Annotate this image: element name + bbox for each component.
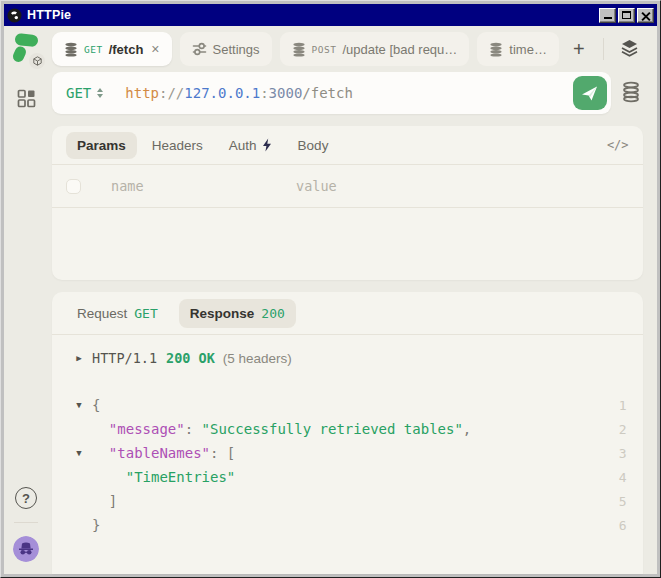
tab-label: /update [bad requ…: [342, 42, 457, 57]
fold-toggle-icon[interactable]: ▼: [66, 448, 92, 458]
app-window: HTTPie: [0, 0, 661, 578]
url-scheme: http: [125, 85, 159, 101]
database-icon: [489, 42, 503, 57]
response-tab-label: Response: [190, 306, 255, 321]
tab-auth-label: Auth: [229, 138, 257, 153]
url-card: GET http://127.0.0.1:3000/fetch: [52, 72, 611, 114]
rail-divider: [14, 522, 38, 523]
method-dropdown[interactable]: GET: [66, 85, 103, 101]
new-tab-button[interactable]: +: [567, 38, 591, 61]
code-line: "TimeEntries"4: [52, 465, 643, 489]
fold-toggle-icon[interactable]: ▼: [66, 400, 92, 410]
minimize-button[interactable]: [599, 8, 616, 23]
send-plane-icon: [580, 84, 599, 103]
lightning-bolt-icon: [262, 138, 272, 152]
code-text: "TimeEntries": [92, 469, 609, 485]
maximize-button[interactable]: [618, 8, 635, 23]
tab-label: time…: [509, 42, 547, 57]
tab-bar: GET /fetch × Settings: [52, 32, 643, 66]
line-number: 1: [609, 398, 643, 413]
headers-fold-toggle-icon[interactable]: ▶: [66, 353, 92, 363]
url-path: /fetch: [302, 85, 353, 101]
tab-headers-label: Headers: [152, 138, 203, 153]
response-status-badge: 200: [261, 306, 284, 321]
saved-requests-button[interactable]: [619, 79, 643, 108]
tab-method: POST: [312, 44, 337, 55]
titlebar: HTTPie: [4, 4, 657, 26]
tab-response[interactable]: Response 200: [179, 299, 296, 328]
minimize-icon: [604, 17, 612, 19]
code-text: "tableNames": [: [92, 445, 609, 461]
tab-label: Settings: [213, 42, 260, 57]
url-separator: ://: [159, 85, 184, 101]
stack-icon: [621, 81, 641, 103]
help-icon: ?: [22, 491, 30, 506]
app-body: ?: [4, 26, 657, 574]
tab-post-update[interactable]: POST /update [bad requ…: [280, 32, 470, 66]
tab-body-label: Body: [298, 138, 329, 153]
httpie-logo: [10, 33, 42, 67]
response-tabs: Request GET Response 200: [52, 292, 643, 334]
code-view-toggle[interactable]: </>: [607, 138, 629, 152]
url-port: 3000: [269, 85, 303, 101]
tab-headers[interactable]: Headers: [141, 132, 214, 159]
line-number: 4: [609, 470, 643, 485]
code-text: ]: [92, 493, 609, 509]
param-row: [52, 165, 643, 207]
main-column: GET /fetch × Settings: [48, 26, 661, 574]
method-value: GET: [66, 85, 91, 101]
code-text: }: [92, 517, 609, 533]
line-number: 6: [609, 518, 643, 533]
request-empty-area: [52, 208, 643, 280]
database-icon: [64, 42, 78, 57]
window-title: HTTPie: [27, 8, 597, 22]
response-code: ▼{1"message": "Successfully retrieved ta…: [52, 381, 643, 574]
close-button[interactable]: [637, 8, 654, 23]
param-name-input[interactable]: [111, 178, 296, 194]
help-button[interactable]: ?: [15, 487, 37, 509]
tab-params-label: Params: [77, 138, 126, 153]
method-dropdown-arrows-icon: [97, 88, 103, 98]
layers-icon: [620, 39, 639, 57]
tab-auth[interactable]: Auth: [218, 132, 283, 159]
send-button[interactable]: [573, 76, 607, 110]
code-line: ▼"tableNames": [3: [52, 441, 643, 465]
code-line: ▼{1: [52, 393, 643, 417]
url-row: GET http://127.0.0.1:3000/fetch: [52, 72, 643, 114]
tab-label: /fetch: [109, 42, 144, 57]
protocol: HTTP/1.1: [92, 350, 157, 366]
incognito-avatar[interactable]: [13, 536, 39, 562]
tab-body[interactable]: Body: [287, 132, 340, 159]
tab-params[interactable]: Params: [66, 132, 137, 159]
tab-time[interactable]: time…: [477, 32, 559, 66]
layers-button[interactable]: [616, 37, 643, 62]
response-panel: Request GET Response 200 ▶ HTTP/1.1 200 …: [52, 292, 643, 574]
maximize-icon: [622, 11, 631, 19]
code-text: "message": "Successfully retrieved table…: [92, 421, 609, 437]
database-icon: [292, 42, 306, 57]
left-rail: ?: [4, 26, 48, 574]
tab-close-icon[interactable]: ×: [151, 42, 159, 56]
code-line: }6: [52, 513, 643, 537]
tab-get-fetch[interactable]: GET /fetch ×: [52, 32, 172, 66]
param-value-input[interactable]: [296, 178, 629, 194]
cube-icon: [33, 56, 42, 66]
status-line: ▶ HTTP/1.1 200 OK (5 headers): [52, 335, 643, 381]
line-number: 2: [609, 422, 643, 437]
code-text: {: [92, 397, 609, 413]
line-number: 5: [609, 494, 643, 509]
url-input[interactable]: http://127.0.0.1:3000/fetch: [125, 85, 572, 101]
grid-apps-icon[interactable]: [17, 89, 36, 108]
tabbar-divider: [603, 38, 604, 60]
settings-icon: [192, 42, 207, 56]
tab-settings[interactable]: Settings: [180, 32, 272, 66]
tab-request[interactable]: Request GET: [66, 299, 169, 328]
environment-badge: [29, 53, 45, 69]
param-checkbox[interactable]: [66, 179, 81, 194]
tab-method: GET: [84, 44, 103, 55]
request-tabs: Params Headers Auth Body </>: [52, 126, 643, 164]
url-colon: :: [260, 85, 268, 101]
code-line: ]5: [52, 489, 643, 513]
url-host: 127.0.0.1: [184, 85, 260, 101]
code-line: "message": "Successfully retrieved table…: [52, 417, 643, 441]
